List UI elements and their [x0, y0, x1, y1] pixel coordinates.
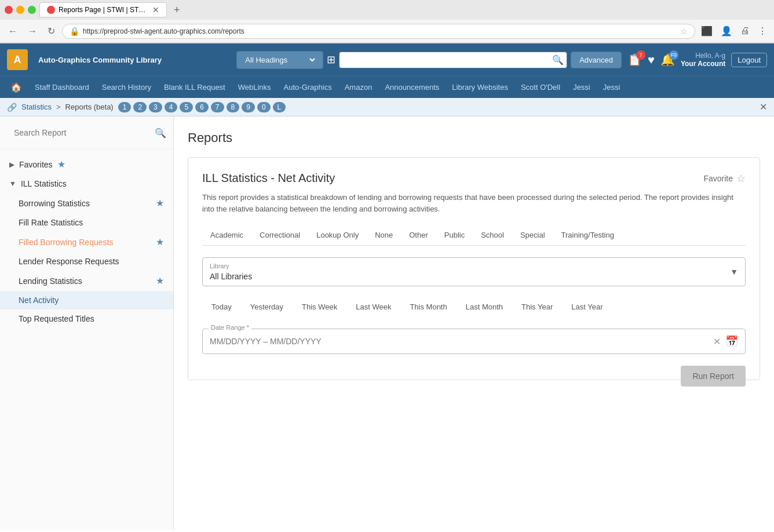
breadcrumb-tag-6[interactable]: 6	[195, 102, 209, 112]
sidebar-item-fill-rate[interactable]: Fill Rate Statistics	[0, 213, 173, 232]
breadcrumb-link-icon: 🔗	[7, 103, 17, 112]
date-tab-today[interactable]: Today	[202, 298, 241, 317]
date-tab-last-month[interactable]: Last Month	[457, 298, 512, 317]
date-tab-last-week[interactable]: Last Week	[346, 298, 400, 317]
run-report-button[interactable]: Run Report	[681, 366, 746, 387]
breadcrumb-statistics-link[interactable]: Statistics	[21, 103, 52, 111]
date-tab-this-week[interactable]: This Week	[293, 298, 346, 317]
date-tab-this-month[interactable]: This Month	[400, 298, 456, 317]
sidebar-ill-header[interactable]: ▼ ILL Statistics	[0, 174, 173, 193]
nav-home[interactable]: 🏠	[5, 78, 28, 96]
content-area: Reports ILL Statistics - Net Activity Fa…	[174, 116, 774, 530]
nav-search-history[interactable]: Search History	[96, 79, 157, 95]
breadcrumb-tag-0[interactable]: 0	[257, 102, 271, 112]
date-tab-this-year[interactable]: This Year	[512, 298, 562, 317]
breadcrumb-tag-1[interactable]: 1	[118, 102, 132, 112]
lib-tab-none[interactable]: None	[367, 226, 401, 245]
print-icon[interactable]: 🖨	[738, 24, 752, 38]
list-icon-wrap[interactable]: 📋 7	[627, 53, 642, 67]
back-button[interactable]: ←	[5, 25, 21, 38]
report-description: This report provides a statistical break…	[202, 192, 746, 214]
search-input[interactable]	[339, 52, 567, 68]
sidebar-item-lending-label: Lending Statistics	[19, 276, 151, 286]
breadcrumb-tag-8[interactable]: 8	[227, 102, 240, 112]
profile-icon[interactable]: 👤	[718, 24, 735, 38]
heart-icon-wrap[interactable]: ♥	[648, 53, 655, 67]
stack-icon[interactable]: ⊞	[327, 53, 335, 66]
nav-amazon[interactable]: Amazon	[339, 79, 378, 95]
reload-button[interactable]: ↻	[44, 24, 59, 38]
lib-tab-academic[interactable]: Academic	[202, 226, 251, 245]
date-clear-button[interactable]: ✕	[713, 336, 721, 347]
browser-tab[interactable]: Reports Page | STWI | STWI | Au... ✕	[39, 2, 167, 17]
nav-jessi1[interactable]: Jessi	[567, 79, 596, 95]
minimize-window-icon[interactable]	[16, 6, 24, 14]
breadcrumb-tag-4[interactable]: 4	[165, 102, 178, 112]
sidebar-favorites-header[interactable]: ▶ Favorites ★	[0, 154, 173, 174]
app-logo-text: Auto-Graphics Community Library	[38, 56, 231, 64]
advanced-button[interactable]: Advanced	[571, 52, 622, 68]
nav-scott-odell[interactable]: Scott O'Dell	[515, 79, 566, 95]
library-select-wrap[interactable]: Library All Libraries ▼	[202, 257, 746, 286]
nav-weblinks[interactable]: WebLinks	[232, 79, 277, 95]
date-tab-last-year[interactable]: Last Year	[562, 298, 612, 317]
breadcrumb-tag-5[interactable]: 5	[180, 102, 193, 112]
nav-auto-graphics[interactable]: Auto-Graphics	[278, 79, 338, 95]
filled-borrowing-star-icon[interactable]: ★	[156, 236, 164, 247]
search-dropdown-select[interactable]: All Headings	[243, 55, 317, 65]
nav-library-websites[interactable]: Library Websites	[446, 79, 514, 95]
report-title-row: ILL Statistics - Net Activity Favorite ☆	[202, 172, 746, 185]
bookmark-icon[interactable]: ☆	[680, 27, 688, 36]
browser-nav-icons: ⬛ 👤 🖨 ⋮	[699, 24, 769, 38]
nav-jessi2[interactable]: Jessi	[597, 79, 626, 95]
sidebar-item-filled-borrowing[interactable]: Filled Borrowing Requests ★	[0, 232, 173, 252]
breadcrumb-close-icon[interactable]: ✕	[760, 101, 767, 112]
search-area: All Headings ⊞ 🔍 Advanced	[236, 51, 622, 69]
library-select-arrow-icon: ▼	[730, 267, 738, 276]
settings-icon[interactable]: ⋮	[755, 24, 769, 38]
lib-tab-lookup-only[interactable]: Lookup Only	[308, 226, 367, 245]
new-tab-button[interactable]: +	[170, 4, 184, 16]
breadcrumb-current: Reports (beta)	[65, 103, 114, 111]
sidebar-search-input[interactable]	[7, 122, 155, 143]
logout-button[interactable]: Logout	[731, 53, 767, 67]
breadcrumb-tag-7[interactable]: 7	[211, 102, 224, 112]
borrowing-star-icon[interactable]: ★	[156, 198, 164, 209]
search-submit-button[interactable]: 🔍	[552, 54, 564, 65]
breadcrumb-tag-3[interactable]: 3	[149, 102, 162, 112]
lib-tab-correctional[interactable]: Correctional	[251, 226, 308, 245]
sidebar-item-borrowing-statistics[interactable]: Borrowing Statistics ★	[0, 193, 173, 213]
date-tab-yesterday[interactable]: Yesterday	[241, 298, 293, 317]
sidebar-item-net-activity[interactable]: Net Activity	[0, 291, 173, 309]
favorites-star-icon: ★	[57, 159, 65, 170]
sidebar-item-lending-statistics[interactable]: Lending Statistics ★	[0, 271, 173, 291]
tab-close-icon[interactable]: ✕	[152, 5, 159, 14]
date-range-input[interactable]	[210, 337, 713, 346]
forward-button[interactable]: →	[24, 25, 41, 38]
app-logo-icon: A	[7, 49, 28, 70]
breadcrumb-tag-9[interactable]: 9	[242, 102, 255, 112]
nav-blank-ill[interactable]: Blank ILL Request	[158, 79, 231, 95]
lib-tab-public[interactable]: Public	[436, 226, 473, 245]
nav-staff-dashboard[interactable]: Staff Dashboard	[29, 79, 95, 95]
calendar-icon[interactable]: 📅	[725, 335, 738, 348]
favorite-button[interactable]: Favorite ☆	[703, 172, 746, 185]
sidebar-item-lender-response[interactable]: Lender Response Requests	[0, 252, 173, 271]
search-dropdown[interactable]: All Headings	[236, 51, 323, 69]
lib-tab-school[interactable]: School	[473, 226, 512, 245]
breadcrumb-tag-L[interactable]: L	[273, 102, 286, 112]
nav-announcements[interactable]: Announcements	[379, 79, 445, 95]
lib-tab-training[interactable]: Training/Testing	[553, 226, 622, 245]
lib-tab-other[interactable]: Other	[401, 226, 436, 245]
url-bar[interactable]: 🔒 https://preprod-stwi-agent.auto-graphi…	[62, 24, 695, 39]
bell-icon-wrap[interactable]: 🔔 F9	[660, 53, 675, 67]
close-window-icon[interactable]	[5, 6, 13, 14]
lending-star-icon[interactable]: ★	[156, 275, 164, 286]
sidebar-search-icon[interactable]: 🔍	[155, 127, 166, 139]
account-wrap[interactable]: Hello, A-g Your Account	[681, 52, 725, 68]
extensions-icon[interactable]: ⬛	[699, 24, 715, 38]
breadcrumb-tag-2[interactable]: 2	[133, 102, 147, 112]
sidebar-item-top-requested[interactable]: Top Requested Titles	[0, 309, 173, 328]
lib-tab-special[interactable]: Special	[512, 226, 553, 245]
maximize-window-icon[interactable]	[28, 6, 36, 14]
